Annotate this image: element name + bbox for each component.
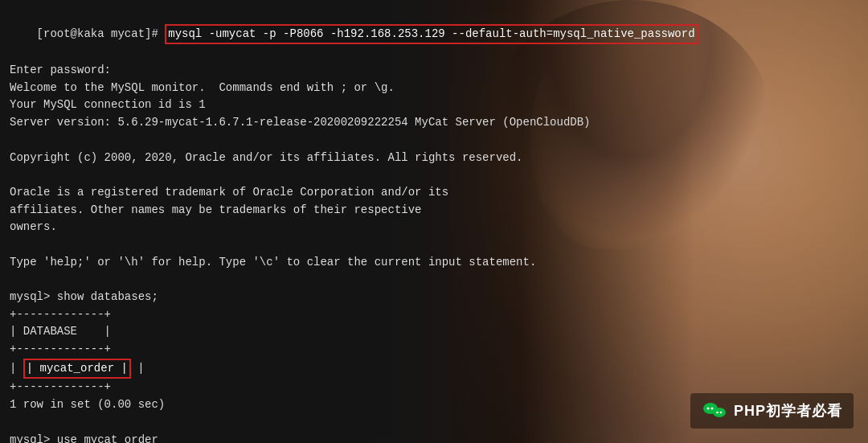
terminal-empty-2 [10, 166, 858, 184]
terminal-line-5: Copyright (c) 2000, 2020, Oracle and/or … [10, 150, 858, 167]
terminal-line-9: Type 'help;' or '\h' for help. Type '\c'… [10, 254, 858, 272]
watermark-container: PHP初学者必看 [690, 393, 854, 429]
terminal-command-highlight: mysql -umycat -p -P8066 -h192.168.253.12… [165, 24, 698, 45]
terminal-window: [root@kaka mycat]# mysql -umycat -p -P80… [0, 0, 868, 443]
terminal-empty-3 [10, 236, 858, 254]
terminal-line-11: +-------------+ [10, 306, 858, 324]
terminal-line-13: +-------------+ [10, 341, 858, 359]
terminal-prompt-line: [root@kaka mycat]# mysql -umycat -p -P80… [10, 6, 858, 62]
wechat-icon [702, 398, 727, 424]
terminal-empty-1 [10, 132, 858, 150]
terminal-line-6: Oracle is a registered trademark of Orac… [10, 184, 858, 202]
terminal-line-8: owners. [10, 219, 858, 236]
terminal-db-highlight: | mycat_order | [23, 359, 131, 379]
terminal-empty-4 [10, 271, 858, 289]
terminal-line-4: Server version: 5.6.29-mycat-1.6.7.1-rel… [10, 114, 858, 132]
terminal-line-10: mysql> show databases; [10, 289, 858, 306]
watermark-text: PHP初学者必看 [734, 401, 842, 420]
svg-point-5 [720, 412, 723, 414]
terminal-line-2: Welcome to the MySQL monitor. Commands e… [10, 80, 858, 97]
terminal-line-1: Enter password: [10, 62, 858, 80]
terminal-line-3: Your MySQL connection id is 1 [10, 96, 858, 114]
terminal-prompt: [root@kaka mycat]# [37, 27, 166, 40]
svg-point-4 [716, 412, 719, 414]
svg-point-1 [713, 408, 726, 417]
terminal-line-16: mysql> use mycat_order [10, 432, 858, 444]
terminal-line-7: affiliates. Other names may be trademark… [10, 202, 858, 219]
svg-point-3 [710, 408, 713, 410]
svg-point-2 [706, 408, 709, 410]
terminal-db-row: | | mycat_order | | [10, 359, 858, 379]
terminal-line-12: | DATABASE | [10, 323, 858, 341]
